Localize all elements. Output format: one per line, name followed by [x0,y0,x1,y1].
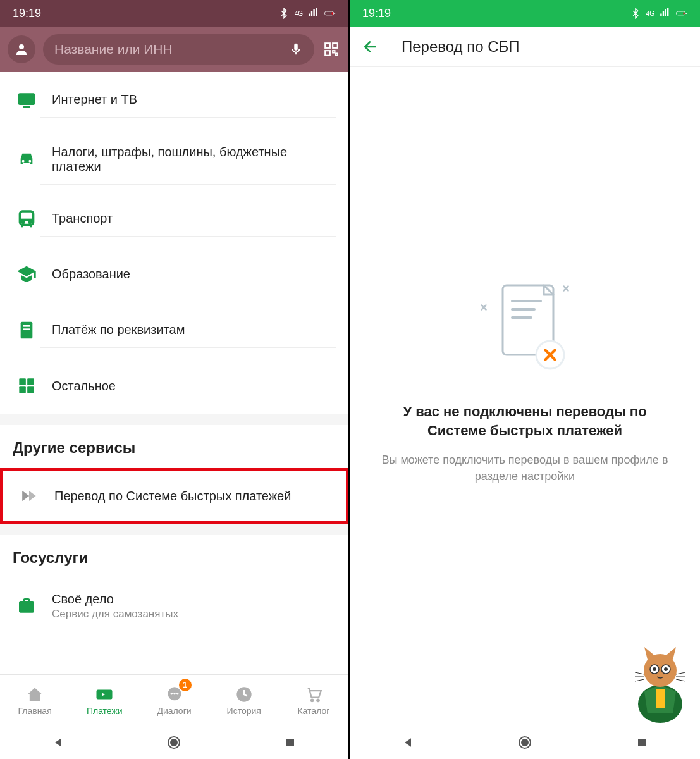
status-icons: 4G [630,8,687,19]
item-subtitle: Сервис для самозанятых [52,608,336,620]
signal-icon [660,8,671,19]
system-back[interactable] [392,736,424,749]
grid-icon [18,377,35,395]
nav-label: Каталог [297,706,329,716]
sbp-transfer-item[interactable]: Перевод по Системе быстрых платежей [0,468,348,524]
nav-dialogs[interactable]: 1 Диалоги [139,675,209,726]
svg-point-11 [22,160,25,163]
nav-catalog[interactable]: Каталог [279,675,348,726]
tv-icon [16,90,37,110]
system-nav [0,726,348,759]
nav-label: История [227,706,261,716]
svg-rect-24 [19,386,25,393]
empty-subtitle: Вы можете подключить переводы в вашем пр… [375,452,675,484]
bluetooth-icon [278,8,290,19]
svg-point-35 [171,739,177,746]
document-icon [16,320,37,340]
sbp-label: Перевод по Системе быстрых платежей [43,479,333,514]
network-label: 4G [295,10,303,17]
back-button[interactable] [362,39,379,55]
category-taxes[interactable]: Налоги, штрафы, пошлины, бюджетные плате… [0,128,348,191]
content-area: Интернет и ТВ Налоги, штрафы, пошлины, б… [0,72,348,759]
nav-history[interactable]: История [209,675,279,726]
svg-rect-4 [325,43,330,48]
category-label: Налоги, штрафы, пошлины, бюджетные плате… [40,135,336,185]
svg-point-39 [685,13,687,14]
mic-icon[interactable] [289,42,303,56]
svg-rect-9 [18,93,35,105]
graduation-icon [16,264,37,285]
empty-illustration [471,282,579,377]
briefcase-icon [16,596,37,616]
status-time: 19:19 [362,7,391,20]
search-header [0,27,348,72]
svg-rect-21 [23,328,30,330]
signal-icon [308,8,319,19]
arrow-right-icon [95,685,114,704]
home-icon [26,686,44,703]
section-gosuslugi: Госуслуги [0,535,348,578]
category-label: Платёж по реквизитам [40,312,336,348]
search-input[interactable] [54,42,281,57]
svg-rect-8 [336,54,338,56]
status-bar: 19:19 4G [350,0,700,27]
category-label: Интернет и ТВ [40,82,336,118]
svg-rect-10 [23,106,30,108]
status-icons: 4G [278,8,336,19]
qr-scan-button[interactable] [322,40,341,59]
section-other-services: Другие сервисы [0,425,348,468]
svg-point-15 [22,221,24,223]
profile-button[interactable] [8,35,35,63]
category-transport[interactable]: Транспорт [0,191,348,247]
category-education[interactable]: Образование [0,247,348,302]
self-employed-text: Своё дело Сервис для самозанятых [40,582,336,631]
cart-icon [305,686,322,703]
svg-rect-6 [325,51,330,56]
item-title: Своё дело [52,592,336,607]
svg-point-29 [173,693,176,695]
network-label: 4G [646,10,654,17]
system-home[interactable] [158,735,190,750]
category-requisites[interactable]: Платёж по реквизитам [0,302,348,358]
system-back[interactable] [42,736,74,749]
clock-icon [235,686,253,703]
section-divider [0,524,348,535]
svg-point-49 [664,667,668,671]
svg-rect-36 [286,739,294,746]
category-other[interactable]: Остальное [0,358,348,414]
svg-rect-5 [333,43,338,48]
bottom-navigation: Главная Платежи 1 Диалоги История Катало… [0,674,348,726]
page-header: Перевод по СБП [350,27,700,67]
nav-label: Платежи [87,706,123,716]
category-list: Интернет и ТВ Налоги, штрафы, пошлины, б… [0,72,348,414]
svg-point-48 [653,667,656,671]
search-field[interactable] [43,34,314,65]
phone-screen-sbp: 19:19 4G Перевод по СБП [350,0,700,759]
svg-rect-1 [332,12,333,15]
category-internet-tv[interactable]: Интернет и ТВ [0,72,348,128]
svg-rect-20 [23,325,30,327]
svg-point-2 [334,13,335,14]
svg-rect-23 [27,378,34,385]
svg-rect-44 [656,689,665,708]
self-employed-item[interactable]: Своё дело Сервис для самозанятых [0,578,348,634]
nav-home[interactable]: Главная [0,675,70,726]
bluetooth-icon [630,8,641,19]
system-home[interactable] [509,735,541,750]
system-recent[interactable] [274,737,306,748]
status-bar: 19:19 4G [0,0,348,27]
nav-label: Главная [18,706,51,716]
sbp-icon [19,486,39,506]
system-recent[interactable] [626,737,658,748]
svg-point-33 [317,700,319,702]
category-label: Транспорт [40,201,336,237]
category-label: Остальное [40,369,336,404]
svg-rect-22 [19,378,25,385]
nav-payments[interactable]: Платежи [70,675,139,726]
mascot-cat [625,644,695,726]
car-icon [16,149,37,170]
nav-label: Диалоги [157,706,191,716]
battery-icon [676,8,687,19]
status-time: 19:19 [13,7,41,20]
svg-rect-38 [684,12,685,15]
